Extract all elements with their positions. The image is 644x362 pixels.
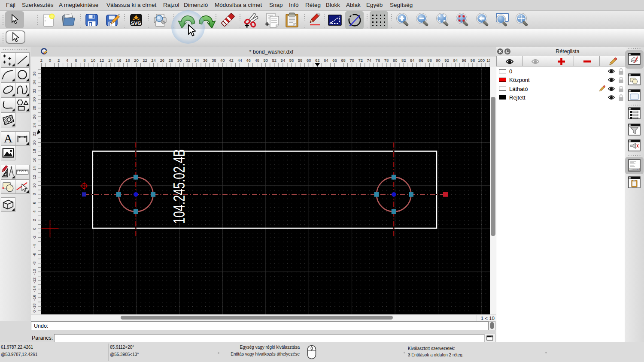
svg-text:10: 10 — [32, 184, 36, 188]
svg-text:24: 24 — [32, 123, 36, 128]
svg-text:74: 74 — [367, 58, 372, 63]
svg-text:14: 14 — [108, 58, 113, 63]
svg-text:54: 54 — [281, 58, 286, 63]
svg-text:92: 92 — [444, 58, 449, 63]
svg-text:50: 50 — [264, 58, 268, 63]
svg-text:22: 22 — [143, 58, 147, 63]
svg-text:20: 20 — [134, 58, 139, 63]
svg-text:90: 90 — [436, 58, 440, 63]
svg-text:38: 38 — [212, 58, 216, 63]
svg-text:26: 26 — [160, 58, 164, 63]
svg-text:98: 98 — [471, 58, 475, 63]
svg-text:56: 56 — [289, 58, 294, 63]
svg-text:26: 26 — [32, 115, 36, 119]
svg-text:100: 100 — [478, 58, 485, 63]
svg-text:2: 2 — [58, 58, 60, 63]
svg-text:40: 40 — [220, 58, 225, 63]
svg-text:30: 30 — [177, 58, 182, 63]
svg-text:44: 44 — [237, 58, 242, 63]
svg-text:16: 16 — [117, 58, 122, 63]
svg-text:30: 30 — [32, 97, 36, 102]
svg-text:22: 22 — [32, 132, 36, 136]
svg-text:12: 12 — [32, 175, 36, 180]
svg-text:-14: -14 — [32, 286, 36, 292]
svg-text:-6: -6 — [32, 253, 36, 256]
svg-text:14: 14 — [32, 166, 36, 171]
svg-text:12: 12 — [100, 58, 104, 63]
svg-text:c command: c command — [630, 169, 640, 171]
svg-text:-12: -12 — [32, 278, 36, 284]
svg-text:42: 42 — [229, 58, 234, 63]
svg-text:36: 36 — [203, 58, 208, 63]
svg-text:78: 78 — [384, 58, 389, 63]
svg-text:62: 62 — [315, 58, 320, 63]
svg-text:0: 0 — [32, 228, 36, 230]
svg-text:48: 48 — [255, 58, 259, 63]
svg-text:72: 72 — [358, 58, 363, 63]
svg-text:84: 84 — [410, 58, 415, 63]
svg-text:36: 36 — [32, 71, 36, 76]
svg-text:2: 2 — [40, 58, 43, 63]
svg-text:28: 28 — [169, 58, 173, 63]
svg-text:32: 32 — [186, 58, 191, 63]
svg-text:88: 88 — [427, 58, 432, 63]
svg-text:34: 34 — [32, 80, 36, 85]
svg-text:2: 2 — [32, 219, 36, 221]
svg-text:-8: -8 — [32, 261, 36, 265]
svg-text:18: 18 — [125, 58, 130, 63]
svg-text:34: 34 — [194, 58, 199, 63]
svg-text:0: 0 — [49, 58, 51, 63]
svg-text:16: 16 — [32, 157, 36, 162]
svg-text:24: 24 — [151, 58, 156, 63]
svg-text:102: 102 — [486, 58, 490, 63]
svg-text:60: 60 — [307, 58, 311, 63]
svg-text:76: 76 — [376, 58, 380, 63]
svg-text:58: 58 — [298, 58, 303, 63]
svg-text:64: 64 — [324, 58, 328, 63]
svg-text:80: 80 — [393, 58, 398, 63]
svg-text:10: 10 — [91, 58, 96, 63]
svg-text:66: 66 — [332, 58, 337, 63]
svg-text:-4: -4 — [32, 244, 36, 247]
svg-text:70: 70 — [349, 58, 354, 63]
svg-text:-16: -16 — [32, 295, 36, 301]
svg-text:68: 68 — [341, 58, 346, 63]
svg-text:8: 8 — [83, 58, 85, 63]
svg-text:4: 4 — [32, 210, 36, 212]
svg-text:52: 52 — [272, 58, 277, 63]
svg-text:104.245.02.4B: 104.245.02.4B — [170, 149, 188, 224]
svg-text:-18: -18 — [32, 303, 36, 309]
svg-text:46: 46 — [246, 58, 251, 63]
svg-text:28: 28 — [32, 106, 36, 111]
svg-text:4: 4 — [66, 58, 68, 63]
svg-text:A: A — [4, 132, 13, 145]
svg-text:82: 82 — [401, 58, 406, 63]
svg-text:6: 6 — [75, 58, 77, 63]
svg-text:96: 96 — [462, 58, 467, 63]
svg-text:-2: -2 — [32, 235, 36, 239]
svg-text:-10: -10 — [32, 269, 36, 275]
svg-text:86: 86 — [419, 58, 423, 63]
svg-text:20: 20 — [32, 140, 36, 145]
svg-text:8: 8 — [32, 193, 36, 195]
svg-text:6: 6 — [32, 202, 36, 204]
svg-text:18: 18 — [32, 149, 36, 154]
svg-text:94: 94 — [453, 58, 458, 63]
svg-text:32: 32 — [32, 89, 36, 94]
svg-text:0: 0 — [32, 311, 36, 313]
svg-text:SVG: SVG — [131, 21, 141, 26]
